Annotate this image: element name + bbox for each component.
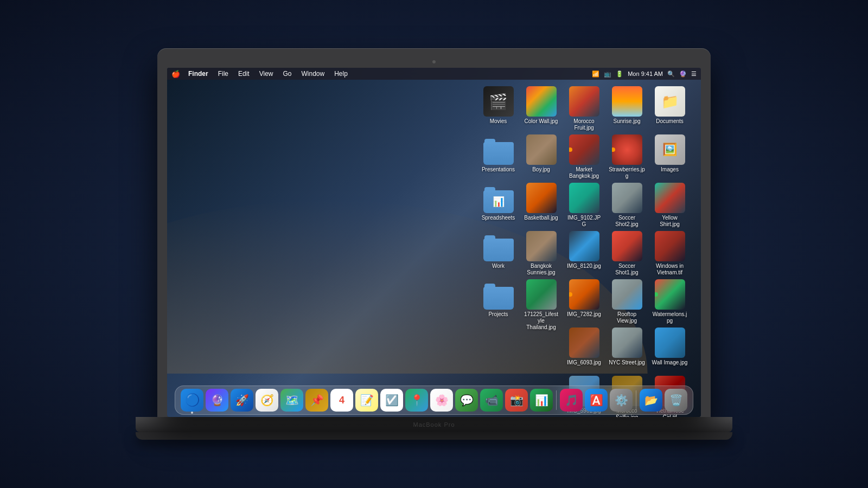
soccer1-thumb: [612, 231, 642, 261]
menu-window[interactable]: Window: [300, 70, 327, 78]
bkk-sunnies-thumb: [526, 231, 557, 261]
icon-thailand[interactable]: 171225_Lifestyle Thailand.jpg: [521, 277, 561, 323]
macbook-base: MacBook Pro: [136, 417, 732, 432]
icon-presentations[interactable]: Presentations: [478, 132, 519, 178]
icon-soccer1[interactable]: Soccer Shot1.jpg: [607, 229, 647, 275]
dock-downloads[interactable]: 📂: [640, 389, 662, 412]
color-wall-thumb: [526, 86, 557, 117]
boy-thumb: [526, 134, 557, 165]
dock-systemprefs[interactable]: ⚙️: [610, 389, 633, 412]
icon-movies[interactable]: 🎬 Movies: [478, 84, 519, 130]
dock-messages[interactable]: 💬: [455, 389, 478, 412]
img9102-thumb: [569, 183, 599, 213]
dock-reminders[interactable]: ☑️: [380, 389, 403, 412]
dock-safari[interactable]: 🧭: [256, 389, 278, 412]
img9102-label: IMG_9102.JPG: [566, 215, 602, 228]
siri-icon[interactable]: 🔮: [679, 70, 687, 78]
windows-vn-label: Windows in Vietnam.tif: [652, 263, 688, 276]
icon-windows-vn[interactable]: Windows in Vietnam.tif: [649, 229, 690, 275]
yellowshirt-label: Yellow Shirt.jpg: [652, 215, 688, 228]
dock-maps[interactable]: 🗺️: [280, 389, 303, 412]
finder-running-dot: [191, 412, 193, 414]
basketball-label: Basketball.jpg: [524, 215, 558, 221]
work-label: Work: [492, 263, 505, 269]
icon-documents[interactable]: 📁 Documents: [649, 84, 690, 130]
dock-maps2[interactable]: 📍: [405, 389, 428, 412]
tag-green-watermelons: [655, 292, 658, 297]
dock-photobooth[interactable]: 📸: [505, 389, 528, 412]
nyc-thumb: [612, 328, 642, 358]
search-icon[interactable]: 🔍: [667, 70, 675, 78]
icon-nyc[interactable]: NYC Street.jpg: [607, 325, 647, 371]
projects-label: Projects: [488, 311, 508, 318]
img8120-thumb: [569, 231, 599, 261]
wall-image-label: Wall Image.jpg: [652, 359, 688, 366]
spreadsheets-label: Spreadsheets: [482, 215, 515, 221]
dock-separator: [556, 390, 557, 410]
dock-calendar[interactable]: 4: [330, 389, 353, 412]
dock-facetime[interactable]: 📹: [480, 389, 503, 412]
menu-edit[interactable]: Edit: [237, 70, 251, 78]
dock-itunes[interactable]: 🎵: [560, 389, 583, 412]
icon-img6093[interactable]: IMG_6093.jpg: [564, 325, 604, 371]
dock-photos[interactable]: 🌸: [430, 389, 453, 412]
movies-thumb: 🎬: [483, 86, 514, 117]
dock-trash[interactable]: 🗑️: [665, 389, 687, 412]
icon-market-bkk[interactable]: Market Bangkok.jpg: [564, 132, 604, 178]
apple-menu[interactable]: 🍎: [171, 70, 180, 78]
icon-projects[interactable]: Projects: [478, 277, 519, 323]
dock-launchpad[interactable]: 🚀: [231, 389, 253, 412]
camera-bar: [167, 58, 701, 66]
watermelons-label: Watermelons.jpg: [652, 311, 688, 324]
icon-bkk-sunnies[interactable]: Bangkok Sunnies.jpg: [521, 229, 561, 275]
icon-spreadsheets[interactable]: 📊 Spreadsheets: [478, 181, 519, 227]
icon-soccer2[interactable]: Soccer Shot2.jpg: [607, 181, 647, 227]
icon-img7282[interactable]: IMG_7282.jpg: [564, 277, 604, 323]
icon-strawberries[interactable]: Strawberries.jpg: [607, 132, 647, 178]
tag-orange-strawberries: [612, 147, 615, 152]
projects-thumb: [483, 279, 514, 310]
dock-stickies[interactable]: 📌: [305, 389, 328, 412]
sunrise-label: Sunrise.jpg: [613, 118, 640, 125]
menu-file[interactable]: File: [216, 70, 230, 78]
icon-work[interactable]: Work: [478, 229, 519, 275]
menu-view[interactable]: View: [258, 70, 275, 78]
icon-yellowshirt[interactable]: Yellow Shirt.jpg: [649, 181, 690, 227]
market-bkk-thumb: [569, 134, 599, 165]
nyc-label: NYC Street.jpg: [609, 359, 645, 366]
soccer1-label: Soccer Shot1.jpg: [609, 263, 645, 276]
icon-boy[interactable]: Boy.jpg: [521, 132, 561, 178]
menu-finder[interactable]: Finder: [187, 70, 210, 78]
images-label: Images: [661, 166, 679, 173]
dock-siri[interactable]: 🔮: [206, 389, 228, 412]
icon-watermelons[interactable]: Watermelons.jpg: [649, 277, 690, 323]
icon-img9102[interactable]: IMG_9102.JPG: [564, 181, 604, 227]
airplay-icon: 📺: [604, 70, 611, 78]
desktop-icons: 🎬 Movies Color Wall.jpg Morocco Fruit.jp…: [478, 84, 690, 417]
icon-images[interactable]: 🖼️ Images: [649, 132, 690, 178]
presentations-label: Presentations: [482, 166, 515, 173]
icon-sunrise[interactable]: Sunrise.jpg: [607, 84, 647, 130]
thailand-label: 171225_Lifestyle Thailand.jpg: [523, 311, 559, 331]
work-thumb: [483, 231, 514, 261]
menu-help[interactable]: Help: [333, 70, 349, 78]
icon-wall-image[interactable]: Wall Image.jpg: [649, 325, 690, 371]
dock-notes[interactable]: 📝: [355, 389, 378, 412]
icon-color-wall[interactable]: Color Wall.jpg: [521, 84, 561, 130]
tag-orange-img7282: [569, 292, 572, 297]
dock-appstore[interactable]: 🅰️: [585, 389, 608, 412]
dock-numbers[interactable]: 📊: [530, 389, 553, 412]
morocco-fruit-label: Morocco Fruit.jpg: [566, 118, 602, 131]
rooftop-thumb: [612, 279, 642, 310]
icon-rooftop[interactable]: Rooftop View.jpg: [607, 277, 647, 323]
macbook-label: MacBook Pro: [413, 421, 455, 428]
images-thumb: 🖼️: [655, 134, 685, 165]
notification-icon[interactable]: ☰: [691, 70, 697, 78]
menu-go[interactable]: Go: [282, 70, 293, 78]
dock-finder[interactable]: 🔵: [181, 389, 203, 412]
icon-morocco-fruit[interactable]: Morocco Fruit.jpg: [564, 84, 604, 130]
icon-basketball[interactable]: Basketball.jpg: [521, 181, 561, 227]
menubar: 🍎 Finder File Edit View Go Window Help 📶…: [167, 68, 701, 80]
documents-label: Documents: [656, 118, 684, 125]
icon-img8120[interactable]: IMG_8120.jpg: [564, 229, 604, 275]
